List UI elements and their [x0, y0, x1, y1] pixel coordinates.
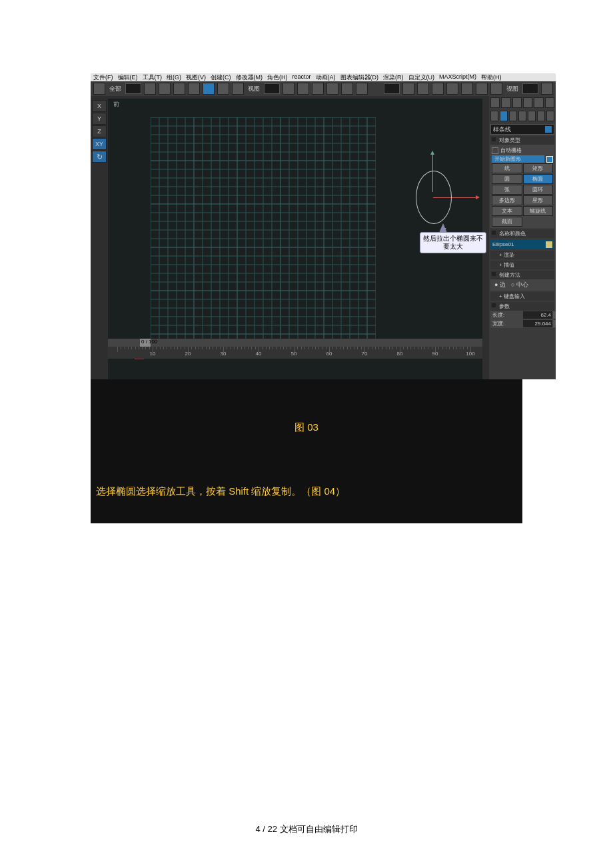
shape-rectangle-button[interactable]: 矩形 [523, 163, 554, 173]
axis-cycle-button[interactable]: ↻ [92, 151, 107, 163]
shape-star-button[interactable]: 星形 [523, 195, 554, 205]
render-scene-icon[interactable] [490, 83, 502, 95]
interp-rollout-title[interactable]: + 插值 [490, 261, 554, 269]
ellipse-object[interactable] [416, 171, 452, 224]
utilities-tab-icon[interactable] [545, 97, 554, 108]
lights-icon[interactable] [509, 111, 517, 121]
create-tab-icon[interactable] [490, 97, 500, 108]
shape-section-button[interactable]: 截面 [492, 217, 522, 227]
shape-arc-button[interactable]: 弧 [492, 185, 522, 195]
length-spinner[interactable]: 62.4 [523, 311, 552, 319]
display-tab-icon[interactable] [534, 97, 543, 108]
menu-maxscript[interactable]: MAXScript(M) [439, 73, 476, 81]
mirror-icon[interactable] [402, 83, 414, 95]
width-spinner[interactable]: 29.044 [523, 320, 552, 327]
select-icon[interactable] [144, 83, 156, 95]
spinner-snap-icon[interactable] [341, 83, 353, 95]
autogrid-checkbox[interactable] [492, 147, 498, 154]
object-name-field[interactable]: Ellipse01 [490, 240, 554, 249]
snap-icon[interactable] [297, 83, 309, 95]
material-icon[interactable] [476, 83, 488, 95]
object-color-swatch[interactable] [546, 241, 552, 248]
params-title[interactable]: 参数 [490, 302, 554, 311]
ref-coord-dropdown[interactable] [264, 83, 280, 94]
menu-reactor[interactable]: reactor [293, 73, 311, 81]
selection-dropdown[interactable] [384, 83, 400, 94]
select-name-icon[interactable] [159, 83, 171, 95]
object-type-title[interactable]: 对象类型 [490, 136, 554, 145]
keyboard-rollout-title[interactable]: + 键盘输入 [490, 292, 554, 301]
menu-file[interactable]: 文件(F) [93, 73, 113, 81]
menu-render[interactable]: 渲染(R) [383, 73, 404, 81]
menu-modifiers[interactable]: 修改器(M) [236, 73, 263, 81]
menu-bar: 文件(F) 编辑(E) 工具(T) 组(G) 视图(V) 创建(C) 修改器(M… [91, 73, 556, 81]
undo-icon[interactable] [93, 83, 105, 95]
shape-helix-button[interactable]: 螺旋线 [523, 206, 554, 216]
named-sel-icon[interactable] [356, 83, 368, 95]
scale-icon[interactable] [232, 83, 244, 95]
shape-line-button[interactable]: 线 [492, 163, 522, 173]
move-icon[interactable] [203, 83, 215, 95]
selection-set-label: 全部 [108, 85, 123, 93]
systems-icon[interactable] [546, 111, 554, 121]
angle-snap-icon[interactable] [312, 83, 324, 95]
rotate-icon[interactable] [217, 83, 229, 95]
width-label: 宽度: [492, 320, 504, 327]
menu-help[interactable]: 帮助(H) [481, 73, 502, 81]
shape-ngon-button[interactable]: 多边形 [492, 195, 522, 205]
quick-render-icon[interactable] [541, 83, 553, 95]
hierarchy-tab-icon[interactable] [512, 97, 522, 108]
footer-note: 文档可自由编辑打印 [280, 824, 358, 834]
timeline-ruler[interactable]: 102030405060708090100 [108, 347, 482, 359]
name-color-title[interactable]: 名称和颜色 [490, 229, 554, 238]
modify-tab-icon[interactable] [501, 97, 510, 108]
axis-y-button[interactable]: Y [92, 113, 107, 125]
app-screenshot: 文件(F) 编辑(E) 工具(T) 组(G) 视图(V) 创建(C) 修改器(M… [91, 73, 556, 379]
center-radio[interactable]: ○ 中心 [511, 281, 528, 289]
caption-block: 图 03 选择椭圆选择缩放工具，按着 Shift 缩放复制。（图 04） [91, 379, 522, 523]
spinner-arrows-icon[interactable] [553, 311, 556, 319]
axis-constraint-toolbar: X Y Z XY ↻ [92, 100, 105, 163]
time-slider-track[interactable]: 0 / 100 [108, 339, 482, 347]
axis-z-button[interactable]: Z [92, 125, 107, 137]
menu-create[interactable]: 创建(C) [211, 73, 231, 81]
layers-icon[interactable] [432, 83, 444, 95]
motion-tab-icon[interactable] [523, 97, 532, 108]
shape-category-dropdown[interactable]: 样条线 [490, 124, 554, 135]
menu-group[interactable]: 组(G) [167, 73, 181, 81]
schematic-icon[interactable] [461, 83, 473, 95]
spacewarps-icon[interactable] [537, 111, 545, 121]
shape-circle-button[interactable]: 圆 [492, 174, 522, 184]
axis-x-button[interactable]: X [92, 100, 107, 112]
window-crossing-icon[interactable] [188, 83, 200, 95]
curve-editor-icon[interactable] [446, 83, 458, 95]
render-preset-dropdown[interactable] [522, 83, 538, 94]
axis-xy-button[interactable]: XY [92, 138, 107, 150]
menu-views[interactable]: 视图(V) [186, 73, 206, 81]
percent-snap-icon[interactable] [326, 83, 338, 95]
spinner-arrows-icon[interactable] [553, 320, 556, 327]
object-name-value: Ellipse01 [492, 241, 514, 247]
render-rollout-title[interactable]: + 渲染 [490, 251, 554, 259]
menu-edit[interactable]: 编辑(E) [118, 73, 138, 81]
start-new-shape-checkbox[interactable] [546, 156, 553, 163]
edge-radio[interactable]: ● 边 [494, 281, 506, 289]
menu-graph[interactable]: 图表编辑器(D) [340, 73, 379, 81]
geometry-icon[interactable] [490, 111, 498, 121]
cameras-icon[interactable] [518, 111, 526, 121]
pivot-icon[interactable] [283, 83, 295, 95]
shape-category-value: 样条线 [493, 125, 511, 134]
select-region-icon[interactable] [173, 83, 185, 95]
selection-set-dropdown[interactable] [125, 83, 141, 94]
shape-ellipse-button[interactable]: 椭圆 [523, 174, 554, 184]
menu-animation[interactable]: 动画(A) [316, 73, 336, 81]
align-icon[interactable] [417, 83, 429, 95]
menu-customize[interactable]: 自定义(U) [408, 73, 435, 81]
helpers-icon[interactable] [528, 111, 536, 121]
shape-text-button[interactable]: 文本 [492, 206, 522, 216]
menu-tools[interactable]: 工具(T) [143, 73, 163, 81]
shape-donut-button[interactable]: 圆环 [523, 185, 554, 195]
create-method-title[interactable]: 创建方法 [490, 271, 554, 279]
shapes-icon[interactable] [500, 111, 508, 121]
menu-character[interactable]: 角色(H) [267, 73, 288, 81]
